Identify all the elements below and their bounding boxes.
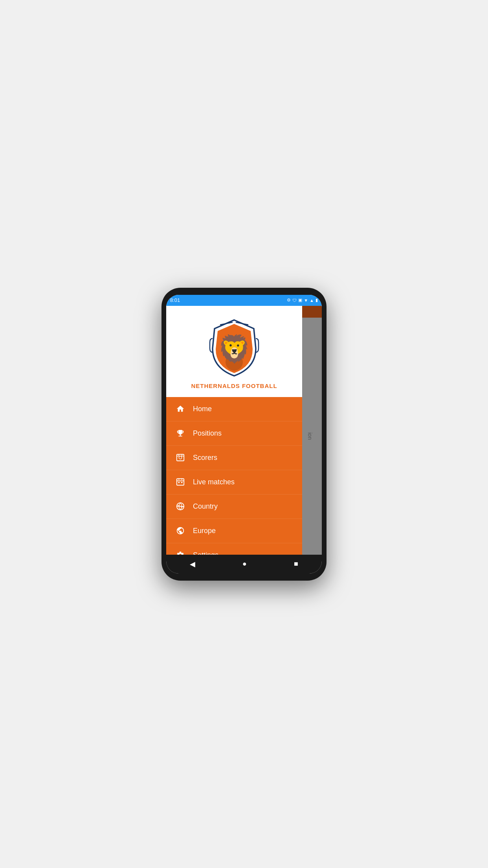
home-button[interactable]: ●	[236, 557, 253, 571]
svg-point-5	[179, 456, 182, 459]
battery-icon: ▮	[316, 298, 318, 303]
wifi-icon: ▼	[304, 298, 308, 303]
nav-item-settings[interactable]: Settings	[166, 543, 302, 555]
country-label: Country	[193, 502, 218, 511]
bg-text: ion	[307, 432, 313, 440]
app-title: NETHERNALDS FOOTBALL	[191, 383, 277, 389]
svg-rect-9	[177, 479, 184, 485]
scorers-label: Scorers	[193, 454, 217, 462]
home-label: Home	[193, 405, 212, 413]
calendar-icon	[175, 476, 186, 487]
scorers-icon	[175, 452, 186, 463]
globe-icon	[175, 501, 186, 512]
positions-label: Positions	[193, 429, 222, 438]
nav-menu: Home Positions	[166, 397, 302, 555]
svg-rect-14	[181, 482, 183, 483]
phone-device: 8:01 ⚙ 🛡 ▣ ▼ ▲ ▮ ion	[161, 288, 327, 581]
recent-button[interactable]: ■	[288, 557, 305, 571]
home-icon	[175, 403, 186, 414]
app-logo: 🦁	[207, 317, 262, 378]
trophy-icon	[175, 428, 186, 439]
security-icon: 🛡	[292, 298, 297, 303]
status-time: 8:01	[170, 297, 180, 303]
main-area: ion	[166, 306, 322, 555]
europe-icon	[175, 525, 186, 536]
navigation-drawer: 🦁 NETHERNALDS FOOTBALL	[166, 306, 302, 555]
settings-icon: ⚙	[287, 298, 291, 303]
bottom-nav-bar: ◀ ● ■	[166, 555, 322, 574]
nav-item-positions[interactable]: Positions	[166, 421, 302, 446]
logo-container: 🦁	[207, 317, 262, 378]
sim-icon: ▣	[298, 298, 302, 303]
svg-text:🦁: 🦁	[218, 333, 251, 365]
svg-rect-4	[177, 454, 184, 461]
drawer-header: 🦁 NETHERNALDS FOOTBALL	[166, 306, 302, 397]
nav-item-country[interactable]: Country	[166, 495, 302, 519]
signal-icon: ▲	[310, 298, 314, 303]
settings-label: Settings	[193, 551, 218, 555]
live-matches-label: Live matches	[193, 478, 235, 486]
status-icons: ⚙ 🛡 ▣ ▼ ▲ ▮	[287, 298, 318, 303]
status-bar: 8:01 ⚙ 🛡 ▣ ▼ ▲ ▮	[166, 295, 322, 306]
nav-item-europe[interactable]: Europe	[166, 519, 302, 543]
svg-rect-13	[178, 482, 180, 483]
nav-item-scorers[interactable]: Scorers	[166, 446, 302, 470]
phone-screen: 8:01 ⚙ 🛡 ▣ ▼ ▲ ▮ ion	[166, 295, 322, 574]
settings-gear-icon	[175, 550, 186, 555]
europe-label: Europe	[193, 527, 216, 535]
nav-item-live-matches[interactable]: Live matches	[166, 470, 302, 495]
nav-item-home[interactable]: Home	[166, 397, 302, 421]
back-button[interactable]: ◀	[183, 557, 202, 572]
